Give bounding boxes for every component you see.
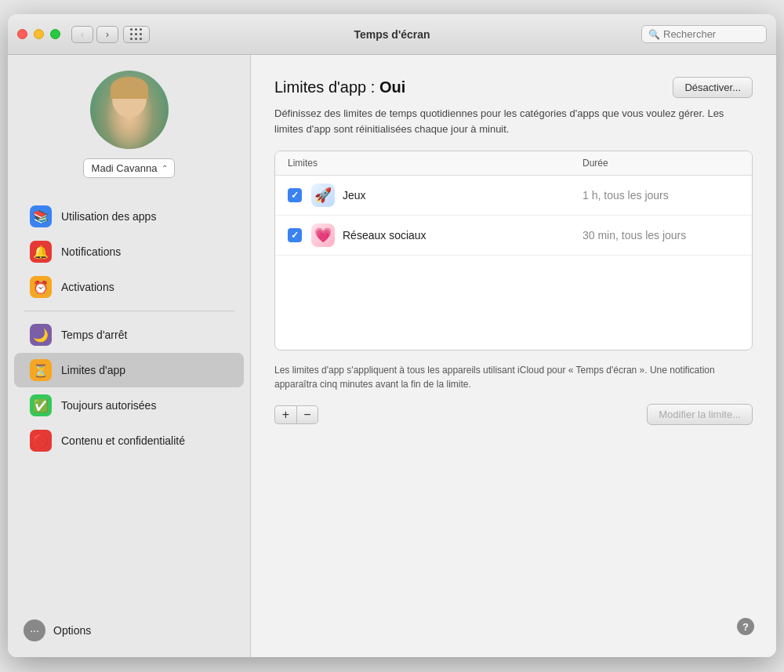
sidebar-label-limites-app: Limites d'app bbox=[61, 364, 125, 376]
check-icon: ✓ bbox=[291, 230, 299, 241]
close-button[interactable] bbox=[17, 29, 27, 39]
search-bar[interactable]: 🔍 bbox=[641, 25, 767, 43]
jeux-app-icon: 🚀 bbox=[311, 183, 335, 207]
user-dropdown[interactable]: Madi Cavanna ⌃ bbox=[83, 158, 176, 178]
sidebar-label-contenu: Contenu et confidentialité bbox=[61, 434, 185, 447]
sidebar: Madi Cavanna ⌃ 📚 Utilisation des apps 🔔 … bbox=[8, 55, 251, 657]
reseaux-app-icon: 💗 bbox=[311, 223, 335, 247]
window-title: Temps d'écran bbox=[354, 28, 430, 41]
sidebar-item-notifications[interactable]: 🔔 Notifications bbox=[14, 234, 244, 269]
check-icon: ✓ bbox=[291, 190, 299, 201]
table-empty-area bbox=[275, 256, 752, 350]
temps-arret-icon: 🌙 bbox=[30, 324, 52, 346]
sidebar-item-contenu[interactable]: 🚫 Contenu et confidentialité bbox=[14, 423, 244, 458]
sidebar-label-utilisation: Utilisation des apps bbox=[61, 210, 156, 223]
contenu-icon: 🚫 bbox=[30, 430, 52, 452]
toujours-icon: ✅ bbox=[30, 394, 52, 416]
question-mark-icon: ? bbox=[742, 621, 749, 633]
avatar-section: Madi Cavanna ⌃ bbox=[8, 71, 250, 192]
titlebar: ‹ › Temps d'écran 🔍 bbox=[8, 14, 776, 55]
divider-1 bbox=[24, 311, 234, 311]
add-remove-group: + − bbox=[274, 405, 318, 424]
search-input[interactable] bbox=[663, 28, 760, 40]
sidebar-item-utilisation[interactable]: 📚 Utilisation des apps bbox=[14, 199, 244, 234]
sidebar-label-notifications: Notifications bbox=[61, 245, 121, 258]
grid-icon bbox=[130, 28, 143, 41]
sidebar-label-temps-arret: Temps d'arrêt bbox=[61, 329, 127, 341]
checkbox-reseaux[interactable]: ✓ bbox=[288, 228, 302, 242]
row-duration-jeux: 1 h, tous les jours bbox=[583, 189, 739, 202]
chevron-down-icon: ⌃ bbox=[162, 164, 168, 173]
sidebar-nav: 📚 Utilisation des apps 🔔 Notifications ⏰… bbox=[8, 192, 250, 610]
row-duration-reseaux: 30 min, tous les jours bbox=[583, 229, 739, 242]
notifications-icon: 🔔 bbox=[30, 241, 52, 263]
action-buttons: + − Modifier la limite... bbox=[274, 404, 753, 425]
content-pane: Limites d'app : Oui Désactiver... Défini… bbox=[251, 55, 776, 657]
table-header: Limites Durée bbox=[275, 151, 752, 176]
maximize-button[interactable] bbox=[50, 29, 60, 39]
help-button[interactable]: ? bbox=[737, 618, 754, 635]
nav-buttons: ‹ › bbox=[71, 26, 118, 43]
back-button[interactable]: ‹ bbox=[71, 26, 93, 43]
sidebar-item-toujours[interactable]: ✅ Toujours autorisées bbox=[14, 388, 244, 423]
forward-button[interactable]: › bbox=[96, 26, 118, 43]
main-area: Madi Cavanna ⌃ 📚 Utilisation des apps 🔔 … bbox=[8, 55, 776, 657]
sidebar-label-options: Options bbox=[53, 624, 91, 637]
chevron-right-icon: › bbox=[106, 28, 109, 40]
options-icon: ··· bbox=[24, 619, 45, 641]
sidebar-label-activations: Activations bbox=[61, 281, 114, 293]
chevron-left-icon: ‹ bbox=[81, 28, 84, 40]
search-icon: 🔍 bbox=[648, 29, 660, 40]
sidebar-bottom[interactable]: ··· Options bbox=[8, 610, 250, 657]
footer-text: Les limites d'app s'appliquent à tous le… bbox=[274, 363, 729, 391]
limits-table: Limites Durée ✓ 🚀 Jeux 1 h, tous les jou… bbox=[274, 151, 753, 351]
deactivate-button[interactable]: Désactiver... bbox=[673, 77, 753, 98]
table-row[interactable]: ✓ 💗 Réseaux sociaux 30 min, tous les jou… bbox=[275, 216, 752, 256]
minimize-button[interactable] bbox=[34, 29, 44, 39]
avatar-image bbox=[90, 71, 169, 149]
remove-limit-button[interactable]: − bbox=[296, 405, 318, 424]
grid-button[interactable] bbox=[123, 26, 150, 43]
modify-limit-button[interactable]: Modifier la limite... bbox=[647, 404, 753, 425]
row-name-reseaux: Réseaux sociaux bbox=[343, 229, 583, 242]
sidebar-item-activations[interactable]: ⏰ Activations bbox=[14, 270, 244, 304]
row-name-jeux: Jeux bbox=[343, 189, 583, 202]
sidebar-label-toujours: Toujours autorisées bbox=[61, 399, 156, 412]
title-status: Oui bbox=[379, 78, 405, 96]
checkbox-jeux[interactable]: ✓ bbox=[288, 188, 302, 202]
sidebar-item-limites-app[interactable]: ⏳ Limites d'app bbox=[14, 353, 244, 387]
activations-icon: ⏰ bbox=[30, 276, 52, 298]
traffic-lights bbox=[17, 29, 60, 39]
avatar bbox=[90, 71, 169, 149]
sidebar-item-temps-arret[interactable]: 🌙 Temps d'arrêt bbox=[14, 318, 244, 352]
user-name: Madi Cavanna bbox=[92, 162, 158, 174]
add-limit-button[interactable]: + bbox=[274, 405, 296, 424]
utilisation-icon: 📚 bbox=[30, 205, 52, 227]
content-title: Limites d'app : Oui bbox=[274, 78, 405, 96]
title-prefix: Limites d'app : bbox=[274, 78, 379, 96]
table-row[interactable]: ✓ 🚀 Jeux 1 h, tous les jours bbox=[275, 176, 752, 216]
limites-app-icon: ⏳ bbox=[30, 359, 52, 381]
content-header: Limites d'app : Oui Désactiver... bbox=[274, 77, 753, 98]
col-limits-header: Limites bbox=[288, 158, 583, 169]
content-description: Définissez des limites de temps quotidie… bbox=[274, 106, 729, 136]
col-duration-header: Durée bbox=[583, 158, 739, 169]
